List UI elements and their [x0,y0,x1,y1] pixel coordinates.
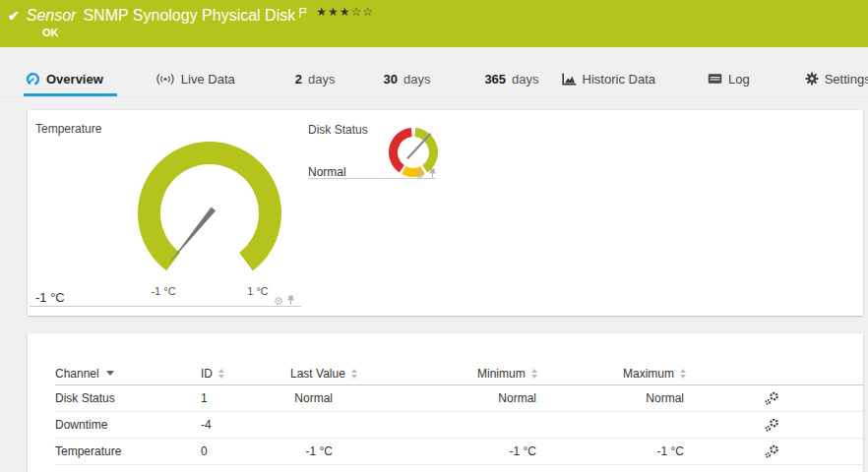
cell-id: -4 [201,418,290,432]
cell-minimum: Normal [477,391,623,405]
widget-pin-icon[interactable] [286,295,295,306]
temperature-current-value: -1 °C [35,290,65,305]
flag-icon[interactable] [298,7,308,19]
table-row-temperature[interactable]: Temperature 0 -1 °C -1 °C -1 °C [55,439,863,465]
tab-overview[interactable]: Overview [24,64,117,96]
tab-bar: Overview Live Data 2 days 30 days 365 da… [0,64,868,97]
column-header-label: Last Value [290,367,345,381]
disk-status-widget-tools [415,168,437,179]
tab-label: Log [728,72,750,87]
channels-table: Channel ID Last Value Minimum Maximum [55,362,863,465]
disk-status-value: Normal [308,165,346,179]
widget-gear-icon[interactable] [415,169,425,179]
table-row-downtime[interactable]: Downtime -4 [55,412,863,439]
priority-stars[interactable]: ★★★☆☆ [316,5,374,19]
sort-icon [351,369,357,379]
cell-last-value: -1 °C [290,444,477,458]
widget-divider [30,306,301,307]
temperature-widget-title: Temperature [35,122,101,136]
gauge-needle [168,207,216,266]
tab-label: days [308,72,335,87]
cell-channel: Downtime [55,418,201,432]
gauge-needle [408,135,431,158]
column-header-label: Channel [55,367,99,381]
temperature-widget-tools [274,295,295,306]
cell-channel: Disk Status [55,391,201,405]
column-header-label: Minimum [477,367,526,381]
column-header-label: ID [201,367,213,381]
gauge-icon [26,72,40,87]
table-header-row: Channel ID Last Value Minimum Maximum [55,362,863,385]
channel-settings-icon[interactable] [765,418,779,432]
tab-label: Overview [46,72,103,87]
column-header-minimum[interactable]: Minimum [477,367,623,381]
gear-icon [805,72,819,86]
disk-status-widget-title: Disk Status [308,123,368,137]
cell-minimum: -1 °C [477,444,623,458]
column-header-channel[interactable]: Channel [55,367,201,381]
column-header-id[interactable]: ID [201,367,290,381]
channel-settings-icon[interactable] [765,391,779,405]
cell-maximum: Normal [623,391,765,405]
broadcast-icon [155,73,175,86]
chart-icon [562,73,577,86]
log-list-icon [708,73,722,85]
tab-log[interactable]: Log [706,64,752,96]
cell-id: 1 [201,391,290,405]
sort-icon [531,369,537,379]
cell-maximum: -1 °C [623,444,765,458]
sensor-status-text: OK [42,27,858,38]
tab-number: 2 [295,72,302,87]
sensor-header: ✔ Sensor SNMP Synology Physical Disk ★★★… [0,0,868,47]
channel-settings-icon[interactable] [765,444,779,458]
tab-label: days [403,72,430,87]
tab-number: 30 [383,72,397,87]
widget-pin-icon[interactable] [428,168,437,179]
object-kind-label: Sensor [27,7,77,25]
cell-channel: Temperature [55,444,201,458]
tab-number: 365 [484,72,506,87]
column-header-maximum[interactable]: Maximum [623,367,765,381]
sort-descending-icon [106,371,114,376]
tab-label: Live Data [181,72,235,87]
sort-icon [218,369,224,379]
tab-label: Settings [825,72,868,87]
gauge-scale-min: -1 °C [139,285,188,297]
tab-label: Historic Data [583,72,655,87]
tab-30-days[interactable]: 30 days [381,64,432,96]
status-ok-check-icon: ✔ [8,8,20,24]
tab-settings[interactable]: Settings [803,64,868,96]
sort-icon [680,369,686,379]
channels-panel: Channel ID Last Value Minimum Maximum [28,333,863,472]
tab-2-days[interactable]: 2 days [293,64,338,96]
tab-historic-data[interactable]: Historic Data [560,64,657,96]
tab-365-days[interactable]: 365 days [482,64,540,96]
column-header-label: Maximum [623,367,674,381]
column-header-last-value[interactable]: Last Value [290,367,477,381]
sensor-title: SNMP Synology Physical Disk [83,7,295,25]
cell-last-value: Normal [290,391,477,405]
table-row-disk-status[interactable]: Disk Status 1 Normal Normal Normal [55,385,863,412]
widget-gear-icon[interactable] [274,296,283,306]
overview-gauges-panel: Temperature -1 °C 1 °C -1 °C Disk Status… [28,110,863,316]
cell-id: 0 [201,444,290,458]
temperature-gauge [138,142,281,271]
tab-label: days [512,72,538,87]
tab-live-data[interactable]: Live Data [154,64,237,96]
